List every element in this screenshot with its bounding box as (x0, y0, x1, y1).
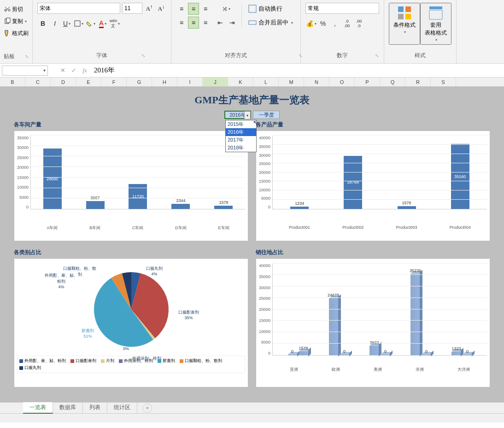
add-sheet-button[interactable]: + (143, 404, 152, 413)
align-top-button[interactable]: ≡ (176, 3, 187, 15)
increase-indent-button[interactable]: ⇥ (227, 17, 238, 29)
confirm-icon[interactable]: ✓ (68, 65, 79, 76)
svg-rect-8 (405, 14, 411, 19)
increase-decimal-button[interactable]: .0.00 (341, 18, 352, 30)
italic-button[interactable]: I (49, 18, 60, 30)
dialog-launcher-icon[interactable]: ⤡ (25, 54, 29, 59)
align-right-button[interactable]: ≡ (200, 17, 211, 29)
year-dropdown[interactable]: 2015年2016年2017年2018年 (225, 120, 257, 152)
conditional-format-button[interactable]: 条件格式 (389, 3, 420, 45)
wrap-text-button[interactable]: 自动换行 (246, 3, 296, 15)
sheet-tab[interactable]: 数据库 (53, 402, 83, 414)
font-name-select[interactable] (37, 3, 120, 14)
svg-rect-2 (75, 21, 80, 26)
svg-rect-6 (405, 6, 411, 12)
dropdown-toggle-icon[interactable]: ▾ (244, 111, 251, 119)
sheet-tab[interactable]: 列表 (83, 402, 107, 414)
font-size-select[interactable] (122, 3, 142, 14)
dialog-launcher-icon[interactable]: ⤡ (375, 53, 379, 58)
styles-group: 条件格式 套用 表格格式 样式 (384, 0, 457, 63)
ribbon: 剪切 复制 格式刷 贴板⤡ A↑ A↓ B I U A wén文 字体⤡ ≡ (0, 0, 504, 64)
svg-rect-7 (398, 14, 404, 19)
align-left-button[interactable]: ≡ (176, 17, 187, 29)
percent-button[interactable]: % (317, 18, 328, 30)
font-color-button[interactable]: A (97, 18, 108, 30)
formula-input[interactable] (90, 65, 504, 76)
dialog-launcher-icon[interactable]: ⤡ (299, 53, 302, 58)
increase-font-button[interactable]: A↑ (144, 3, 154, 14)
align-center-button[interactable]: ≡ (188, 17, 199, 29)
styles-label: 样式 (415, 52, 426, 59)
merge-center-button[interactable]: 合并后居中 (246, 17, 296, 29)
clipboard-label: 贴板 (4, 53, 15, 60)
workshop-chart: 35000300002500020000150001000050000 2860… (14, 131, 248, 241)
cancel-icon[interactable]: ✕ (57, 65, 68, 76)
comma-button[interactable]: , (329, 18, 340, 30)
align-label: 对齐方式 (225, 52, 247, 59)
svg-rect-4 (249, 21, 256, 24)
phonetic-button[interactable]: wén文 (109, 18, 120, 30)
sheet-tab[interactable]: 一览表 (23, 402, 53, 414)
svg-rect-5 (398, 6, 404, 12)
decrease-decimal-button[interactable]: .00.0 (353, 18, 364, 30)
underline-button[interactable]: U (61, 18, 72, 30)
align-middle-button[interactable]: ≡ (188, 3, 199, 15)
svg-rect-3 (249, 5, 256, 12)
fill-color-button[interactable] (85, 18, 96, 30)
year-filter[interactable]: 2016年 ▾ 2015年2016年2017年2018年 ↖ (224, 111, 251, 119)
dialog-launcher-icon[interactable]: ⤡ (141, 53, 145, 58)
page-title: GMP生产基地产量一览表 (14, 93, 490, 107)
sheet-tabs: 一览表数据库列表统计区 + (0, 402, 504, 413)
svg-rect-1 (6, 18, 10, 23)
number-label: 数字 (337, 52, 348, 59)
svg-rect-9 (429, 6, 442, 9)
currency-button[interactable]: 💰 (305, 18, 316, 30)
decrease-indent-button[interactable]: ⇤ (215, 17, 226, 29)
quarter-filter[interactable]: 一季度 (253, 111, 280, 119)
name-box[interactable]: ▾ (2, 65, 48, 76)
section-title: 各类别占比 (14, 249, 248, 256)
font-label: 字体 (96, 52, 107, 59)
format-painter-button[interactable]: 格式刷 (4, 28, 29, 39)
decrease-font-button[interactable]: A↓ (156, 3, 166, 14)
font-group: A↑ A↓ B I U A wén文 字体⤡ (33, 0, 171, 63)
category-pie-chart: 口服颗粒、粉、散 剂外用酊、膏、贴、 粉剂 4%口服丸剂 4%口服酊膏剂 35%… (14, 258, 248, 387)
fx-icon[interactable]: fx (79, 65, 90, 76)
column-headers[interactable]: BCDEFGHIJKLMNOPQRS (0, 77, 504, 87)
region-chart: 4000035000300002500020000150001000050000… (256, 258, 490, 387)
product-chart: 4000035000300002500020000150001000050000… (256, 131, 490, 241)
table-format-button[interactable]: 套用 表格格式 (420, 3, 451, 45)
border-button[interactable] (73, 18, 84, 30)
bold-button[interactable]: B (37, 18, 48, 30)
section-title: 各产品产量 (256, 121, 490, 129)
svg-rect-10 (429, 10, 442, 19)
worksheet: GMP生产基地产量一览表 2016年 ▾ 2015年2016年2017年2018… (0, 87, 504, 402)
alignment-group: ≡ ≡ ≡ ≡ ≡ ≡ ⤮ ⇤ ⇥ 自动换行 合并后居中 (171, 0, 301, 63)
status-bar (0, 413, 504, 422)
section-title: 各车间产量 (14, 121, 248, 129)
clipboard-group: 剪切 复制 格式刷 贴板⤡ (0, 0, 33, 63)
cut-button[interactable]: 剪切 (4, 4, 29, 15)
number-group: 💰 % , .0.00 .00.0 数字⤡ (301, 0, 384, 63)
section-title: 销往地占比 (256, 249, 490, 256)
copy-button[interactable]: 复制 (4, 16, 29, 27)
orientation-button[interactable]: ⤮ (215, 3, 238, 15)
align-bottom-button[interactable]: ≡ (200, 3, 211, 15)
sheet-tab[interactable]: 统计区 (107, 402, 137, 414)
formula-bar: ▾ ✕ ✓ fx (0, 64, 504, 77)
number-format-select[interactable] (305, 3, 379, 14)
